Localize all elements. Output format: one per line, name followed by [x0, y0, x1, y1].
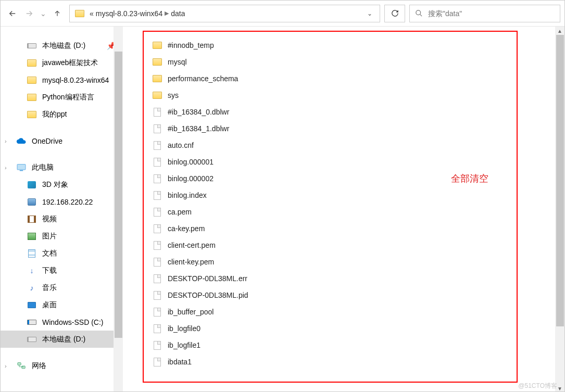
file-item[interactable]: ib_logfile1 — [152, 337, 544, 353]
file-name: binlog.000002 — [168, 174, 214, 183]
content-scrollbar[interactable]: ▲ ▼ — [555, 27, 564, 392]
file-name: mysql — [168, 58, 187, 66]
file-name: client-key.pem — [168, 258, 214, 266]
file-name: #ib_16384_0.dblwr — [168, 108, 229, 116]
sidebar-item[interactable]: 3D 对象 — [1, 176, 123, 193]
sidebar-item-label: 192.168.220.22 — [42, 198, 93, 206]
breadcrumb-item[interactable]: mysql-8.0.23-winx64 — [96, 9, 162, 18]
sidebar-item[interactable]: 文档 — [1, 245, 123, 262]
back-button[interactable] — [5, 6, 20, 21]
ssd-drive-icon — [27, 318, 37, 327]
file-item[interactable]: binlog.000001 — [152, 154, 544, 170]
file-item[interactable]: #innodb_temp — [152, 37, 544, 54]
file-icon — [152, 124, 162, 133]
sidebar-item[interactable]: javaweb框架技术 — [1, 54, 123, 71]
file-item[interactable]: ca.pem — [152, 204, 544, 220]
search-input[interactable] — [428, 9, 555, 18]
file-name: client-cert.pem — [168, 241, 216, 249]
file-name: auto.cnf — [168, 141, 194, 149]
folder-icon — [152, 57, 162, 67]
file-item[interactable]: client-key.pem — [152, 254, 544, 270]
expand-arrow-icon[interactable]: › — [5, 363, 7, 369]
file-name: performance_schema — [168, 74, 238, 83]
breadcrumb-prefix: « — [90, 9, 94, 18]
sidebar-item[interactable]: 我的ppt — [1, 106, 123, 123]
file-item[interactable]: DESKTOP-0DL38ML.pid — [152, 287, 544, 304]
sidebar-item[interactable]: ›此电脑 — [1, 159, 123, 176]
address-dropdown[interactable]: ⌄ — [365, 10, 374, 17]
expand-arrow-icon[interactable]: › — [5, 165, 7, 171]
file-item[interactable]: ib_logfile0 — [152, 320, 544, 337]
search-box[interactable] — [409, 5, 560, 22]
file-item[interactable]: #ib_16384_1.dblwr — [152, 120, 544, 137]
refresh-button[interactable] — [384, 5, 405, 22]
file-item[interactable]: #ib_16384_0.dblwr — [152, 104, 544, 120]
sidebar-item[interactable]: 桌面 — [1, 296, 123, 313]
history-dropdown[interactable]: ⌄ — [40, 9, 46, 18]
forward-button[interactable] — [21, 6, 37, 21]
expand-arrow-icon[interactable]: › — [5, 138, 7, 144]
file-name: #innodb_temp — [168, 41, 214, 49]
file-item[interactable]: ibdata1 — [152, 353, 544, 370]
music-icon: ♪ — [27, 283, 37, 293]
scroll-down-button[interactable]: ▼ — [555, 384, 564, 392]
file-icon — [152, 307, 162, 317]
file-name: sys — [168, 91, 179, 99]
sidebar-item[interactable]: 视频 — [1, 210, 123, 227]
sidebar-item-label: 3D 对象 — [42, 180, 68, 189]
file-name: ib_logfile1 — [168, 341, 200, 349]
file-item[interactable]: ib_buffer_pool — [152, 304, 544, 320]
sidebar-item[interactable]: mysql-8.0.23-winx64 — [1, 71, 123, 88]
file-icon — [152, 157, 162, 167]
svg-point-0 — [416, 10, 421, 15]
sidebar-item[interactable]: ›网络 — [1, 357, 123, 374]
sidebar-item[interactable]: Windows-SSD (C:) — [1, 313, 123, 331]
sidebar-item[interactable]: 本地磁盘 (D:)📌 — [1, 37, 123, 54]
file-name: DESKTOP-0DL38ML.err — [168, 274, 247, 283]
network-location-icon — [27, 197, 37, 207]
file-icon — [152, 357, 162, 366]
scrollbar-thumb[interactable] — [115, 52, 122, 338]
file-item[interactable]: mysql — [152, 54, 544, 70]
file-icon — [152, 324, 162, 333]
sidebar-scrollbar[interactable] — [114, 27, 123, 392]
svg-rect-2 — [20, 170, 23, 171]
sidebar-item-label: Python编程语言 — [42, 93, 94, 102]
sidebar-item-label: 下载 — [42, 266, 57, 275]
file-item[interactable]: DESKTOP-0DL38ML.err — [152, 270, 544, 287]
sidebar-item[interactable]: ↓下载 — [1, 262, 123, 279]
file-item[interactable]: client-cert.pem — [152, 237, 544, 254]
file-list-pane: #innodb_tempmysqlperformance_schemasys#i… — [123, 27, 564, 392]
file-item[interactable]: performance_schema — [152, 70, 544, 87]
sidebar-item[interactable]: Python编程语言 — [1, 88, 123, 106]
sidebar-item-label: 视频 — [42, 214, 57, 224]
sidebar-item-label: 图片 — [42, 232, 57, 241]
file-name: ca.pem — [168, 208, 192, 216]
sidebar-item-label: 音乐 — [42, 283, 57, 293]
svg-rect-1 — [17, 164, 26, 169]
file-item[interactable]: auto.cnf — [152, 137, 544, 154]
scroll-up-button[interactable]: ▲ — [555, 27, 564, 35]
drive-icon — [27, 41, 37, 50]
folder-icon — [152, 41, 162, 50]
folder-icon — [27, 58, 37, 68]
file-item[interactable]: ca-key.pem — [152, 220, 544, 237]
sidebar-item-label: OneDrive — [32, 137, 62, 145]
breadcrumb[interactable]: « mysql-8.0.23-winx64 ▶ data — [90, 9, 185, 18]
sidebar-item[interactable]: ♪音乐 — [1, 279, 123, 296]
file-item[interactable]: binlog.index — [152, 187, 544, 204]
sidebar-item-label: Windows-SSD (C:) — [42, 318, 103, 326]
file-item[interactable]: sys — [152, 87, 544, 104]
sidebar-item[interactable]: 192.168.220.22 — [1, 193, 123, 210]
up-button[interactable] — [49, 6, 65, 21]
drive-icon — [27, 335, 37, 344]
file-name: #ib_16384_1.dblwr — [168, 124, 229, 133]
address-bar[interactable]: « mysql-8.0.23-winx64 ▶ data ⌄ — [69, 5, 380, 22]
onedrive-icon — [16, 136, 27, 146]
sidebar-item[interactable]: ›OneDrive — [1, 132, 123, 149]
sidebar-item[interactable]: 本地磁盘 (D:) — [1, 331, 123, 348]
scrollbar-thumb[interactable] — [556, 35, 564, 326]
breadcrumb-item[interactable]: data — [171, 9, 185, 18]
sidebar-item[interactable]: 图片 — [1, 227, 123, 245]
watermark: @51CTO博客 — [518, 382, 557, 390]
